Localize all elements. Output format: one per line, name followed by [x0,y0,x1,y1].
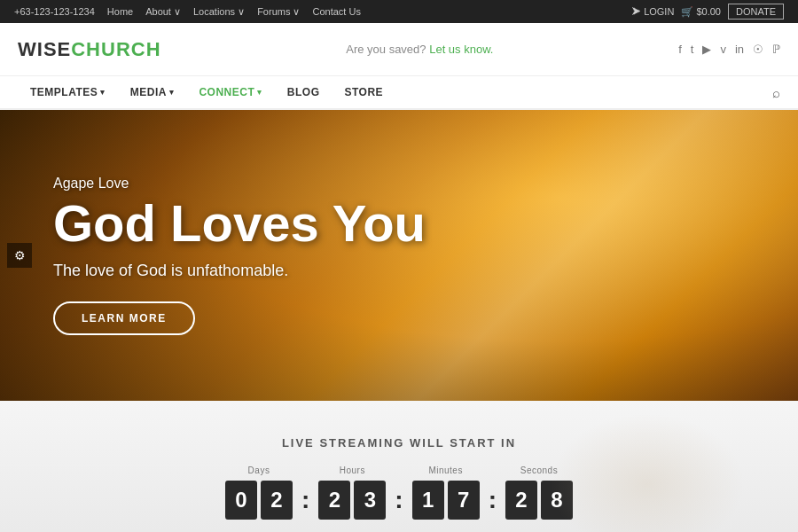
instagram-icon[interactable]: ☉ [753,43,763,56]
hours-digit-2: 3 [354,481,386,520]
nav-forums[interactable]: Forums ∨ [257,6,300,18]
social-icons: f t ▶ v in ☉ ℙ [678,43,780,56]
colon-1: : [293,486,318,514]
colon-3: : [480,486,505,514]
top-bar: +63-123-123-1234 Home About ∨ Locations … [0,0,798,23]
vimeo-icon[interactable]: v [720,43,726,56]
nav-store[interactable]: STORE [332,75,395,109]
hero-section: ⚙ Agape Love God Loves You The love of G… [0,110,798,401]
countdown-hours: Hours 2 3 [318,466,386,520]
learn-more-button[interactable]: LEARN MORE [53,301,195,335]
nav-blog[interactable]: BLOG [275,75,332,109]
minutes-digits: 1 7 [412,481,480,520]
logo[interactable]: WISECHURCH [18,38,161,61]
pinterest-icon[interactable]: ℙ [772,43,780,56]
logo-church: CHURCH [71,38,160,60]
linkedin-icon[interactable]: in [735,43,744,56]
youtube-icon[interactable]: ▶ [702,43,711,56]
days-digits: 0 2 [225,481,293,520]
minutes-digit-1: 1 [412,481,444,520]
hours-digits: 2 3 [318,481,386,520]
connect-chevron: ▾ [257,88,262,97]
days-digit-2: 2 [261,481,293,520]
minutes-digit-2: 7 [448,481,480,520]
tagline-text: Are you saved? [346,43,426,56]
twitter-icon[interactable]: t [691,43,694,56]
hours-label: Hours [340,466,365,475]
nav-links: TEMPLATES ▾ MEDIA ▾ CONNECT ▾ BLOG STORE [18,75,395,109]
countdown-title: LIVE STREAMING WILL START IN [282,436,516,450]
search-icon[interactable]: ⌕ [772,85,780,100]
top-bar-left: +63-123-123-1234 Home About ∨ Locations … [14,6,361,18]
countdown-seconds: Seconds 2 8 [505,466,573,520]
nav-contact[interactable]: Contact Us [312,6,360,17]
header-tagline-area: Are you saved? Let us know. [161,43,679,56]
days-label: Days [248,466,270,475]
header: WISECHURCH Are you saved? Let us know. f… [0,23,798,76]
hero-subtitle: Agape Love [53,176,129,192]
countdown-days: Days 0 2 [225,466,293,520]
countdown-minutes: Minutes 1 7 [412,466,480,520]
seconds-digits: 2 8 [505,481,573,520]
hero-title: God Loves You [53,197,426,251]
nav-about[interactable]: About ∨ [145,6,181,18]
nav-bar: TEMPLATES ▾ MEDIA ▾ CONNECT ▾ BLOG STORE… [0,76,798,110]
hours-digit-1: 2 [318,481,350,520]
nav-connect[interactable]: CONNECT ▾ [186,75,274,109]
top-bar-right: ⮞ LOGIN 🛒 $0.00 DONATE [631,4,784,20]
nav-media[interactable]: MEDIA ▾ [118,75,187,109]
phone-number: +63-123-123-1234 [14,6,95,17]
donate-button[interactable]: DONATE [728,4,784,20]
days-digit-1: 0 [225,481,257,520]
countdown-wrapper: Days 0 2 : Hours 2 3 : Minutes 1 7 : [225,466,573,520]
login-link[interactable]: ⮞ LOGIN [631,6,674,17]
seconds-digit-2: 8 [541,481,573,520]
facebook-icon[interactable]: f [678,43,682,56]
tagline-link[interactable]: Let us know. [429,43,493,56]
minutes-label: Minutes [428,466,463,475]
hero-description: The love of God is unfathomable. [53,262,288,280]
media-chevron: ▾ [169,88,175,97]
templates-chevron: ▾ [100,88,106,97]
seconds-label: Seconds [520,466,558,475]
cart-icon[interactable]: 🛒 $0.00 [681,6,721,18]
nav-templates[interactable]: TEMPLATES ▾ [18,75,118,109]
colon-2: : [386,486,411,514]
seconds-digit-1: 2 [505,481,537,520]
logo-wise: WISE [18,38,71,60]
countdown-section: LIVE STREAMING WILL START IN Days 0 2 : … [0,401,798,532]
nav-locations[interactable]: Locations ∨ [193,6,245,18]
hero-content: Agape Love God Loves You The love of God… [0,110,798,401]
nav-home[interactable]: Home [107,6,133,17]
